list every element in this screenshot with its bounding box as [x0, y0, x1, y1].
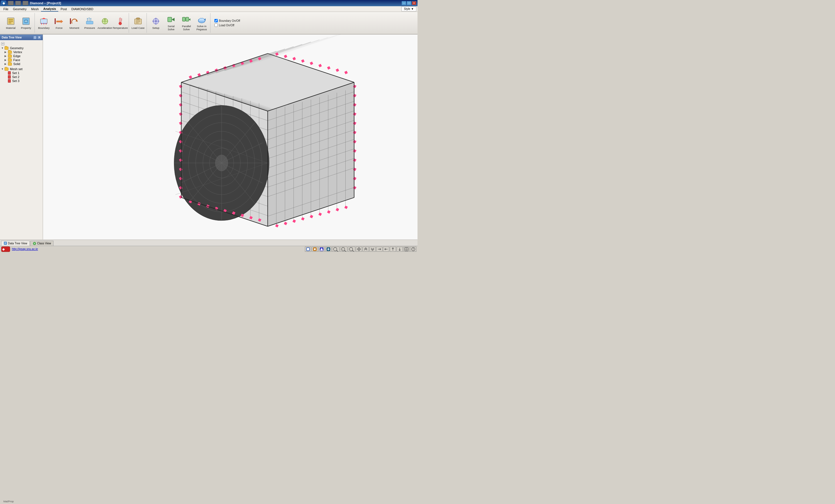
mesh-viewport-svg [43, 35, 418, 240]
menu-mesh[interactable]: Mesh [29, 7, 41, 11]
status-btn-13[interactable] [390, 247, 396, 252]
sidebar-float-button[interactable]: ◻ [33, 36, 37, 39]
tree-node-geometry[interactable]: ▼ Geometry [1, 46, 42, 50]
status-right: + - [305, 247, 416, 252]
svg-marker-15 [61, 20, 63, 23]
menu-post[interactable]: Post [58, 7, 69, 11]
tree-node-meshset[interactable]: ▼ Mesh set [1, 67, 42, 71]
svg-point-31 [119, 22, 122, 25]
boundary-onoff-label[interactable]: Boundary On/Off [215, 19, 240, 22]
data-tree-tab-icon [4, 242, 7, 245]
moment-button[interactable]: Moment [67, 13, 82, 33]
pressure-icon [85, 17, 94, 26]
force-button[interactable]: Force [52, 13, 66, 33]
data-tree-tab-label: Data Tree View [8, 242, 27, 245]
close-button[interactable]: ✕ [412, 1, 416, 5]
tab-class-view[interactable]: Class View [30, 241, 54, 246]
toolbar-group-solver: Setup Serial Solve Parallel Solve [147, 13, 210, 33]
svg-rect-49 [186, 17, 189, 21]
face-label: Face [13, 58, 20, 62]
status-btn-11[interactable] [376, 247, 382, 252]
edge-label: Edge [13, 54, 21, 58]
face-folder-icon [8, 59, 12, 62]
status-btn-6[interactable]: + [340, 247, 347, 252]
status-btn-5[interactable] [332, 247, 340, 252]
status-url-link[interactable]: http://ipsap.snu.ac.kr [12, 247, 38, 250]
svg-point-240 [413, 250, 413, 250]
setup-button[interactable]: Setup [148, 13, 163, 33]
status-bar: ◆ http://ipsap.snu.ac.kr + - [0, 246, 418, 252]
status-btn-15[interactable] [403, 247, 410, 252]
status-btn-3[interactable] [319, 247, 325, 252]
solve-pegasus-label: Solve in Pegasus [195, 25, 208, 31]
menu-analysis[interactable]: Analysis [41, 6, 58, 12]
tree-node-vertex[interactable]: ▶ Vertex [4, 50, 42, 54]
status-btn-7[interactable]: - [348, 247, 355, 252]
window-controls: – □ ✕ [402, 1, 416, 5]
pressure-button[interactable]: Pressure [82, 13, 97, 33]
parallel-solve-button[interactable]: Parallel Solve [179, 13, 194, 33]
tree-node-solid[interactable]: ▶ Solid [4, 62, 42, 66]
status-btn-8[interactable] [356, 247, 362, 252]
boundary-button[interactable]: Boundary [37, 13, 51, 33]
minimize-button[interactable]: – [402, 1, 406, 5]
sidebar-controls: ◻ ✕ [33, 36, 41, 39]
tree-node-edge[interactable]: ▶ Edge [4, 54, 42, 58]
status-btn-2[interactable] [312, 247, 318, 252]
maximize-button[interactable]: □ [407, 1, 411, 5]
load-onoff-checkbox[interactable] [215, 23, 218, 27]
property-icon [21, 17, 30, 26]
solid-label: Solid [13, 62, 20, 66]
sidebar-close-button[interactable]: ✕ [37, 36, 41, 39]
status-btn-10[interactable] [369, 247, 375, 252]
loadcase-button[interactable]: Load Case [131, 13, 145, 33]
boundary-onoff-checkbox[interactable] [215, 19, 218, 22]
svg-rect-1 [8, 19, 13, 20]
status-btn-1[interactable] [305, 247, 311, 252]
svg-text:+: + [342, 248, 343, 250]
status-btn-14[interactable] [396, 247, 403, 252]
temperature-button[interactable]: Temperature [113, 13, 127, 33]
sidebar: Data Tree View ◻ ✕ ▼ Geometry ▶ Vertex [0, 35, 43, 240]
geometry-expand-icon: ▼ [1, 47, 4, 49]
svg-marker-13 [42, 18, 46, 19]
svg-marker-17 [76, 20, 78, 22]
tree-node-face[interactable]: ▶ Face [4, 58, 42, 62]
toolbar-group-boundary: Boundary Force Moment [35, 13, 129, 33]
svg-marker-47 [172, 18, 175, 21]
vertex-folder-icon [8, 51, 12, 54]
force-icon [55, 17, 64, 26]
status-btn-4[interactable] [325, 247, 331, 252]
svg-marker-24 [88, 17, 90, 18]
svg-rect-45 [158, 21, 159, 22]
tree-node-set1[interactable]: Set 1 [4, 71, 42, 75]
status-btn-16[interactable] [410, 247, 416, 252]
tree-node-set2[interactable]: Set 2 [4, 75, 42, 79]
tree-node-set3[interactable]: Set 3 [4, 79, 42, 83]
menu-file[interactable]: File [1, 7, 11, 11]
menu-diamond[interactable]: DIAMOND/SBD [69, 7, 96, 11]
svg-rect-35 [135, 19, 141, 24]
solve-pegasus-button[interactable]: Solve in Pegasus [194, 13, 209, 33]
property-button[interactable]: Property [19, 13, 33, 33]
svg-marker-228 [380, 248, 381, 250]
tab-data-tree[interactable]: Data Tree View [1, 241, 30, 246]
status-btn-9[interactable] [363, 247, 369, 252]
viewport[interactable] [43, 35, 418, 240]
set2-label: Set 2 [12, 75, 20, 79]
acceleration-button[interactable]: Acceleration [98, 13, 112, 33]
menu-geometry[interactable]: Geometry [11, 7, 29, 11]
serial-solve-button[interactable]: Serial Solve [164, 13, 179, 33]
parallel-solve-icon [182, 15, 191, 24]
boundary-label: Boundary [38, 26, 50, 29]
class-view-tab-icon [33, 242, 36, 245]
load-onoff-label[interactable]: Load On/Off [215, 23, 240, 27]
geometry-label: Geometry [10, 46, 23, 50]
svg-marker-50 [189, 18, 190, 21]
svg-rect-2 [8, 21, 13, 22]
toolbar: Material Property Mat/Prop [0, 12, 418, 35]
status-btn-12[interactable] [383, 247, 389, 252]
style-dropdown[interactable]: Style ▼ [401, 6, 416, 11]
material-button[interactable]: Material [3, 13, 18, 33]
svg-point-212 [314, 248, 316, 250]
